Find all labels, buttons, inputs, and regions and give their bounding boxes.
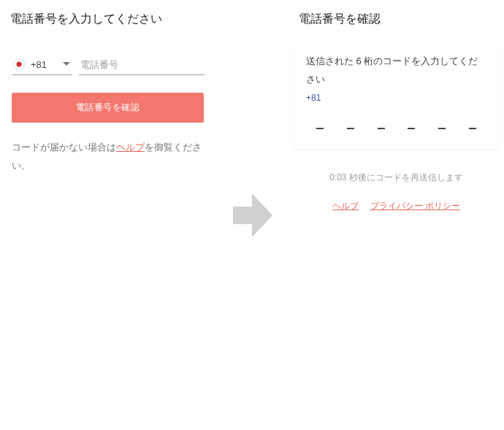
code-digit-5[interactable]	[432, 119, 451, 134]
code-card: 送信された 6 桁のコードを入力してください +81	[294, 42, 498, 150]
bottom-links: ヘルプ プライバシー ポリシー	[289, 200, 504, 212]
dial-code-label: +81	[31, 59, 47, 70]
page-title-right: 電話番号を確認	[289, 0, 504, 38]
left-content: +81 電話番号を確認 コードが届かない場合はヘルプを御覧ください。	[0, 38, 215, 188]
help-link[interactable]: ヘルプ	[116, 142, 145, 153]
page-title-left: 電話番号を入力してください	[0, 0, 215, 38]
code-digit-1[interactable]	[310, 119, 329, 134]
help-text: コードが届かない場合はヘルプを御覧ください。	[12, 139, 204, 174]
resend-timer: 0:03 秒後にコードを再送信します	[289, 172, 504, 184]
help-prefix: コードが届かない場合は	[12, 142, 116, 153]
verify-phone-button[interactable]: 電話番号を確認	[12, 93, 204, 123]
code-digit-2[interactable]	[341, 119, 360, 134]
code-digit-3[interactable]	[372, 119, 391, 134]
code-digit-4[interactable]	[402, 119, 421, 134]
phone-input-row: +81	[12, 55, 204, 75]
code-input-row[interactable]	[306, 119, 486, 138]
flow-arrow-spacer	[215, 0, 289, 430]
arrow-right-icon	[230, 189, 274, 242]
dial-code-display: +81	[306, 93, 486, 103]
flag-japan-icon	[13, 58, 25, 70]
phone-number-input[interactable]	[79, 56, 205, 75]
right-content: 送信された 6 桁のコードを入力してください +81 0:03 秒後にコードを再…	[289, 38, 504, 212]
code-digit-6[interactable]	[463, 119, 482, 134]
code-verify-panel: 電話番号を確認 送信された 6 桁のコードを入力してください +81 0:03 …	[289, 0, 504, 430]
country-code-select[interactable]: +81	[12, 55, 72, 75]
code-instruction: 送信された 6 桁のコードを入力してください	[306, 53, 486, 88]
chevron-down-icon	[63, 62, 70, 66]
phone-entry-panel: 電話番号を入力してください +81 電話番号を確認 コードが届かない場合はヘルプ…	[0, 0, 215, 430]
help-link-right[interactable]: ヘルプ	[332, 201, 359, 211]
privacy-policy-link[interactable]: プライバシー ポリシー	[370, 201, 460, 211]
